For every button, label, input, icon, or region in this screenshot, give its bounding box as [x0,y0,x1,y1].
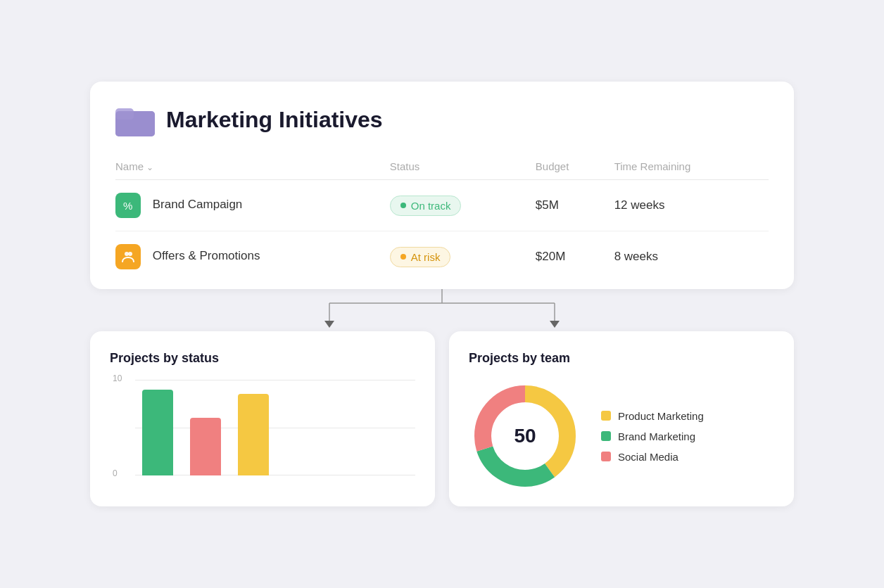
badge-dot-green [400,203,406,208]
row-time-cell: 12 weeks [614,180,769,231]
grid-label-10: 10 [113,373,122,383]
bar-chart-title: Projects by status [110,351,415,366]
legend-label-product-marketing: Product Marketing [618,410,704,422]
legend-item-product-marketing: Product Marketing [601,410,704,422]
legend-item-brand-marketing: Brand Marketing [601,430,704,442]
row-name: Brand Campaign [153,198,243,211]
donut-wrapper: 50 [469,380,581,492]
bar-yellow [238,394,269,475]
legend-color-product-marketing [601,411,611,421]
chart-legend: Product Marketing Brand Marketing Social… [601,410,704,463]
svg-marker-10 [324,321,334,328]
legend-label-brand-marketing: Brand Marketing [618,430,695,442]
main-container: Marketing Initiatives Name ⌄ Status Budg… [90,82,794,506]
svg-point-5 [128,252,132,256]
top-card: Marketing Initiatives Name ⌄ Status Budg… [90,82,794,289]
donut-area: 50 Product Marketing Brand Marketing Soc… [469,380,774,492]
projects-table: Name ⌄ Status Budget Time Remaining % [115,153,769,282]
page-title: Marketing Initiatives [166,107,383,133]
row-status-cell: On track [390,180,536,231]
bar-pink [190,418,221,475]
bar-green [142,390,173,475]
col-header-budget: Budget [536,153,614,180]
table-row: Offers & Promotions At risk $20M 8 weeks [115,231,769,283]
header-row: Marketing Initiatives [115,103,769,136]
donut-chart-card: Projects by team [449,331,794,506]
folder-icon [115,103,155,136]
legend-item-social-media: Social Media [601,451,704,463]
row-name-cell: % Brand Campaign [115,180,390,231]
connector-lines [90,289,794,331]
table-row: % Brand Campaign On track $5M 12 weeks [115,180,769,231]
row-name: Offers & Promotions [153,249,260,262]
col-header-name[interactable]: Name ⌄ [115,153,390,180]
row-budget-cell: $20M [536,231,614,283]
grid-label-0: 0 [113,468,118,478]
svg-marker-11 [550,321,560,328]
row-budget-cell: $5M [536,180,614,231]
bars-container [135,380,269,475]
row-icon-brand-campaign: % [115,193,141,218]
legend-label-social-media: Social Media [618,451,678,463]
col-header-status: Status [390,153,536,180]
svg-text:%: % [123,200,132,212]
bar-chart-card: Projects by status 10 0 [90,331,435,506]
row-time-cell: 8 weeks [614,231,769,283]
sort-arrow-icon: ⌄ [146,162,153,172]
bottom-row: Projects by status 10 0 [90,331,794,506]
row-icon-offers [115,244,141,269]
legend-color-brand-marketing [601,431,611,441]
status-badge-at-risk: At risk [390,247,451,267]
col-header-time: Time Remaining [614,153,769,180]
legend-color-social-media [601,452,611,461]
bar-chart-area: 10 0 [110,380,415,492]
badge-dot-orange [400,254,406,260]
svg-rect-2 [115,111,155,136]
donut-chart-title: Projects by team [469,351,774,366]
donut-center-value: 50 [514,425,536,447]
row-status-cell: At risk [390,231,536,283]
row-name-cell: Offers & Promotions [115,231,390,283]
status-badge-on-track: On track [390,196,462,216]
